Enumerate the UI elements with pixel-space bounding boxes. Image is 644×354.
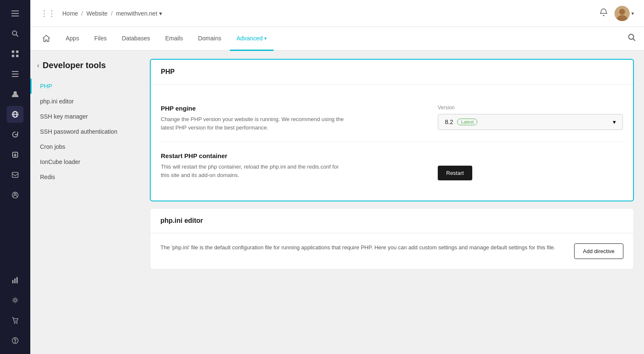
tab-databases[interactable]: Databases [115,27,157,51]
php-card-body: PHP engine Change the PHP version your w… [151,85,633,201]
php-engine-content: PHP engine Change the PHP version your w… [161,105,623,132]
nav-item-ssh-key[interactable]: SSH key manager [30,109,140,124]
bell-icon[interactable] [599,8,608,18]
php-card-header: PHP [151,60,633,85]
list-icon[interactable] [7,66,24,82]
avatar [615,6,630,21]
dots-icon[interactable]: ⋮⋮ [40,9,56,18]
php-card: PHP PHP engine Change the PHP version yo… [150,59,634,201]
svg-rect-7 [12,55,14,57]
svg-point-30 [619,9,625,15]
nav-item-cron[interactable]: Cron jobs [30,139,140,154]
tab-advanced[interactable]: Advanced ▾ [230,27,274,51]
version-number: 8.2 [445,119,453,125]
cart-icon[interactable] [7,312,24,329]
add-directive-button[interactable]: Add directive [574,243,623,259]
restart-left: Restart PHP container This will restart … [161,152,424,179]
nav-item-php[interactable]: PHP [30,79,140,94]
sidebar [0,0,30,354]
nav-item-ssh-password[interactable]: SSH password authentication [30,124,140,139]
left-nav-items: PHP php.ini editor SSH key manager SSH p… [30,79,140,185]
left-nav: ‹ Developer tools PHP php.ini editor SSH… [30,50,140,354]
tab-files[interactable]: Files [88,27,114,51]
breadcrumb-home[interactable]: Home [62,10,78,17]
nav-item-ioncube[interactable]: IonCube loader [30,154,140,169]
svg-rect-5 [12,50,14,53]
version-label: Version [438,105,623,111]
breadcrumb-sep2: / [111,10,113,17]
php-engine-section: PHP engine Change the PHP version your w… [161,95,623,142]
tab-emails[interactable]: Emails [158,27,189,51]
page-title: Developer tools [43,61,106,70]
avatar-chevron: ▾ [631,11,634,16]
svg-point-25 [14,322,15,323]
svg-line-32 [633,39,635,41]
svg-point-24 [14,299,16,301]
page-title-row: ‹ Developer tools [30,61,140,79]
version-select[interactable]: 8.2 Latest ▾ [438,114,623,130]
svg-rect-6 [16,50,19,53]
latest-badge: Latest [457,119,477,125]
nav-home-icon[interactable] [39,31,54,46]
globe-icon[interactable] [7,106,24,123]
phpini-card-body: The 'php.ini' file is the default config… [150,233,633,269]
nav-item-phpini[interactable]: php.ini editor [30,94,140,109]
version-select-inner: 8.2 Latest [445,119,477,125]
svg-line-4 [16,35,19,37]
svg-point-28 [15,342,16,343]
restart-button[interactable]: Restart [438,166,472,180]
nav-tabs: Apps Files Databases Emails Domains Adva… [30,27,644,50]
refresh-icon[interactable] [7,126,24,143]
version-chevron: ▾ [613,119,616,125]
phpini-card-header: php.ini editor [150,209,633,233]
top-bar-right: ▾ [599,6,634,21]
php-engine-title: PHP engine [161,105,424,112]
svg-rect-22 [14,278,16,283]
menu-icon[interactable] [7,5,24,22]
tab-domains[interactable]: Domains [191,27,228,51]
restart-right: Restart [438,152,623,180]
tab-apps[interactable]: Apps [59,27,86,51]
analytics-icon[interactable] [7,272,24,288]
svg-rect-1 [11,13,19,14]
svg-point-26 [16,322,17,323]
svg-point-31 [629,34,634,40]
breadcrumb: ⋮⋮ Home / Website / menwithven.net ▾ [40,9,162,18]
breadcrumb-current[interactable]: menwithven.net ▾ [116,10,162,17]
svg-rect-8 [16,55,19,57]
help-icon[interactable] [7,332,24,349]
svg-rect-9 [12,71,19,72]
import-icon[interactable] [7,146,24,163]
advanced-chevron: ▾ [264,36,267,41]
nav-item-redis[interactable]: Redis [30,169,140,185]
avatar-wrapper[interactable]: ▾ [615,6,634,21]
restart-desc: This will restart the php container, rel… [161,163,346,179]
php-engine-left: PHP engine Change the PHP version your w… [161,105,424,132]
breadcrumb-website[interactable]: Website [86,10,107,17]
restart-section: Restart PHP container This will restart … [161,142,623,190]
main-area: ⋮⋮ Home / Website / menwithven.net ▾ [30,0,644,354]
grid-icon[interactable] [7,45,24,62]
svg-rect-10 [12,74,19,74]
svg-rect-0 [11,11,19,11]
svg-point-3 [13,31,17,35]
top-bar: ⋮⋮ Home / Website / menwithven.net ▾ [30,0,644,27]
restart-content: Restart PHP container This will restart … [161,152,623,180]
breadcrumb-sep1: / [81,10,83,17]
svg-rect-23 [16,277,18,283]
nav-search-icon[interactable] [628,34,636,43]
search-icon[interactable] [7,25,24,42]
svg-rect-11 [12,76,19,77]
settings-icon[interactable] [7,292,24,309]
mail-icon[interactable] [7,166,24,183]
right-content: PHP PHP engine Change the PHP version yo… [140,50,644,354]
back-arrow[interactable]: ‹ [37,62,39,69]
person-circle-icon[interactable] [7,187,24,203]
restart-title: Restart PHP container [161,152,424,159]
svg-rect-21 [12,280,13,283]
php-engine-right: Version 8.2 Latest ▾ [438,105,623,130]
user-icon[interactable] [7,86,24,103]
svg-rect-2 [11,16,19,16]
php-engine-desc: Change the PHP version your website is r… [161,115,346,132]
page-content: ‹ Developer tools PHP php.ini editor SSH… [30,50,644,354]
